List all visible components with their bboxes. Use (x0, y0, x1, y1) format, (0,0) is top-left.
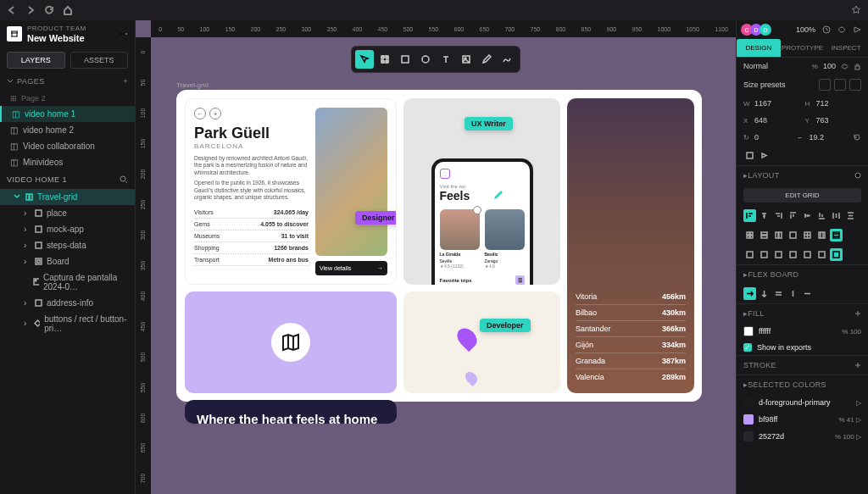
chevron-down-icon[interactable] (7, 78, 14, 85)
city-row[interactable]: Bilbao430km (576, 305, 686, 321)
tool-rect[interactable] (396, 50, 415, 69)
preset-desktop-icon[interactable] (819, 79, 831, 91)
grid-icon[interactable] (801, 248, 814, 261)
tool-move[interactable] (355, 50, 374, 69)
tab-design[interactable]: DESIGN (737, 39, 781, 57)
cities-card[interactable]: Vitoria456km Bilbao430km Santander366km … (567, 98, 694, 393)
grid-icon[interactable] (787, 229, 799, 241)
tab-layers[interactable]: LAYERS (7, 52, 65, 69)
tool-frame[interactable] (376, 50, 394, 69)
layer-item[interactable]: Captura de pantalla 2024-0… (0, 269, 135, 295)
flex-justify-icon[interactable] (801, 287, 814, 300)
tool-ellipse[interactable] (416, 50, 435, 69)
layout-section[interactable]: ▸ LAYOUT (737, 165, 868, 185)
layer-item[interactable]: ›place (0, 205, 135, 221)
bookmark-icon[interactable] (473, 206, 481, 214)
show-exports-row[interactable]: ✓ Show in exports (737, 340, 868, 355)
preset-mobile-icon[interactable] (849, 79, 861, 91)
city-row[interactable]: Santander366km (576, 321, 686, 337)
preset-tablet-icon[interactable] (834, 79, 846, 91)
grid-icon[interactable] (743, 248, 756, 261)
project-header[interactable]: PRODUCT TEAM New Website (0, 20, 135, 48)
color-swatch[interactable] (743, 326, 754, 336)
grid-icon[interactable] (815, 229, 828, 241)
layer-item[interactable]: ›mock-app (0, 221, 135, 237)
width-field[interactable]: W1167 (743, 99, 800, 108)
color-row[interactable]: bf98ff % 41 ▷ (737, 411, 868, 428)
lock-icon[interactable] (854, 63, 861, 70)
tool-curve[interactable] (498, 50, 516, 69)
x-field[interactable]: X648 (743, 116, 800, 125)
destination-card[interactable]: Basilic Zarago ★ 4,8 (485, 209, 525, 269)
history-icon[interactable] (822, 25, 831, 34)
map-icon-card[interactable] (185, 291, 397, 393)
preview-icon[interactable] (837, 25, 846, 34)
star-icon[interactable] (851, 5, 861, 15)
blend-row[interactable]: Normal %100 (737, 58, 868, 75)
menu-icon[interactable]: ≡ (440, 169, 450, 179)
flex-align-icon[interactable] (787, 287, 799, 300)
play-icon[interactable] (758, 149, 771, 162)
search-icon[interactable] (120, 175, 128, 184)
tab-inspect[interactable]: INSPECT (824, 39, 868, 57)
artboard[interactable]: ←+ Park Güell BARCELONA Designed by reno… (176, 90, 702, 402)
align-center-icon[interactable] (758, 209, 771, 222)
back-icon[interactable] (7, 5, 17, 15)
clip-icon[interactable] (743, 149, 756, 162)
home-icon[interactable] (63, 5, 73, 15)
tab-prototype[interactable]: PROTOTYPE (781, 39, 825, 57)
layer-item[interactable]: ›steps-data (0, 237, 135, 253)
align-middle-icon[interactable] (801, 209, 814, 222)
layer-item[interactable]: ›Board (0, 253, 135, 269)
play-icon[interactable] (853, 25, 861, 34)
color-row[interactable]: 25272d % 100 ▷ (737, 428, 868, 445)
city-row[interactable]: Valencia289km (576, 369, 686, 385)
color-swatch[interactable] (743, 414, 754, 425)
color-swatch[interactable] (743, 431, 754, 441)
fill-color-row[interactable]: ffffff % 100 (737, 323, 868, 340)
project-menu-icon[interactable] (120, 30, 128, 38)
destination-card[interactable]: La Giralda Seville ★ 4,5 (1232) (440, 209, 480, 269)
add-page-icon[interactable]: + (123, 77, 128, 86)
tool-pen[interactable] (477, 50, 496, 69)
collaborator-avatars[interactable]: CDD (743, 24, 771, 36)
fill-section[interactable]: ▸ FILL (737, 303, 868, 323)
reset-icon[interactable] (853, 133, 861, 142)
color-row[interactable]: d-foreground-primary ▷ (737, 394, 868, 411)
add-circle-icon[interactable]: + (209, 108, 221, 119)
forward-icon[interactable] (25, 5, 36, 15)
park-card[interactable]: ←+ Park Güell BARCELONA Designed by reno… (185, 98, 397, 285)
stroke-section[interactable]: STROKE (737, 355, 868, 375)
checkbox-icon[interactable]: ✓ (743, 343, 752, 352)
flex-wrap-icon[interactable] (772, 287, 785, 300)
layer-item[interactable]: ›address-info (0, 295, 135, 311)
distribute-h-icon[interactable] (830, 209, 843, 222)
layer-item[interactable]: ›buttons / rect / button-pri… (0, 311, 135, 336)
align-left-icon[interactable] (743, 209, 756, 222)
canvas[interactable]: 0501001502002503003504004505005506006507… (136, 20, 736, 494)
edit-grid-button[interactable]: EDIT GRID (743, 188, 861, 203)
page-item[interactable]: ◫ Minivideos (0, 154, 135, 170)
align-top-icon[interactable] (787, 209, 799, 222)
back-circle-icon[interactable]: ← (194, 108, 206, 119)
grid-icon[interactable] (815, 248, 828, 261)
grid-icon-active[interactable] (830, 229, 843, 241)
grid-icon[interactable] (758, 248, 771, 261)
grid-icon[interactable] (801, 229, 814, 241)
grid-icon-active[interactable] (830, 248, 843, 261)
artboard-label[interactable]: Travel-grid (176, 81, 209, 89)
align-bottom-icon[interactable] (815, 209, 828, 222)
heart-card[interactable]: Where the heart feels at home Categories… (185, 400, 397, 424)
page-item-active[interactable]: ◫ video home 1 (0, 106, 135, 122)
eye-icon[interactable] (841, 63, 849, 70)
distribute-v-icon[interactable] (844, 209, 857, 222)
height-field[interactable]: H712 (805, 99, 862, 108)
radius-field[interactable]: ⌐19.2 (798, 133, 849, 142)
rotation-field[interactable]: ↻0 (743, 133, 793, 142)
tool-image[interactable] (457, 50, 476, 69)
color-swatch[interactable] (743, 397, 754, 408)
page-item[interactable]: ⊞ Page 2 (0, 91, 135, 106)
grid-icon[interactable] (787, 248, 799, 261)
grid-icon[interactable] (758, 229, 771, 241)
city-row[interactable]: Granada387km (576, 353, 686, 369)
